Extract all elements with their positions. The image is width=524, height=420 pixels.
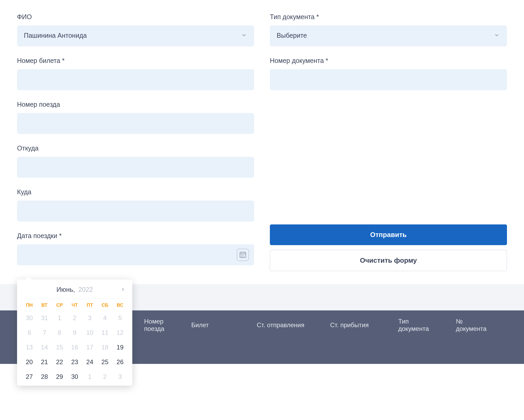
- trip-date-wrap: [17, 244, 254, 265]
- doc-type-group: Тип документа * Выберите: [270, 13, 507, 46]
- submit-button[interactable]: Отправить: [270, 224, 507, 245]
- calendar-day[interactable]: 6: [22, 328, 37, 337]
- calendar-day[interactable]: 1: [52, 313, 67, 323]
- calendar-dow: ПН: [22, 303, 37, 308]
- calendar-dow: СР: [52, 303, 67, 308]
- th-arr-station: Ст. прибытия: [322, 321, 390, 329]
- trip-date-group: Дата поездки *: [17, 232, 254, 265]
- calendar-day[interactable]: 23: [67, 357, 82, 364]
- calendar-day[interactable]: 26: [112, 357, 128, 364]
- th-doc-number: № документа: [448, 318, 500, 332]
- calendar-open-button[interactable]: [237, 249, 249, 261]
- trip-date-input[interactable]: [17, 244, 254, 265]
- calendar-day[interactable]: 7: [37, 328, 52, 337]
- th-dep-station: Ст. отправления: [249, 321, 322, 329]
- calendar-title: Июнь, 2022: [56, 286, 93, 293]
- calendar-day[interactable]: 12: [112, 328, 128, 337]
- calendar-day[interactable]: 15: [52, 343, 67, 352]
- doc-type-select[interactable]: Выберите: [270, 25, 507, 46]
- calendar-day[interactable]: 10: [82, 328, 97, 337]
- chevron-right-icon: [120, 289, 125, 293]
- th-train-number: Номер поезда: [136, 318, 183, 332]
- calendar-day[interactable]: 19: [112, 343, 128, 352]
- form-right-column: Тип документа * Выберите Номер документа…: [270, 13, 507, 276]
- doc-type-label: Тип документа *: [270, 13, 507, 21]
- fio-label: ФИО: [17, 13, 254, 21]
- from-group: Откуда: [17, 144, 254, 178]
- train-number-group: Номер поезда: [17, 101, 254, 134]
- calendar-icon: [239, 251, 247, 259]
- fio-group: ФИО Пашинина Антонида: [17, 13, 254, 46]
- doc-number-input[interactable]: [270, 69, 507, 90]
- calendar-day[interactable]: 30: [22, 313, 37, 323]
- calendar-popup: Июнь, 2022 ПНВТСРЧТПТСБВС303112345678910…: [17, 279, 132, 364]
- th-train-number-text: Номер поезда: [144, 318, 176, 332]
- th-doc-number-text: № документа: [456, 318, 493, 332]
- calendar-grid: ПНВТСРЧТПТСБВС30311234567891011121314151…: [22, 303, 128, 364]
- calendar-day[interactable]: 25: [97, 357, 113, 364]
- train-number-input[interactable]: [17, 113, 254, 134]
- calendar-day[interactable]: 8: [52, 328, 67, 337]
- calendar-day[interactable]: 20: [22, 357, 37, 364]
- calendar-day[interactable]: 13: [22, 343, 37, 352]
- doc-number-group: Номер документа *: [270, 57, 507, 90]
- calendar-next-button[interactable]: [119, 286, 127, 294]
- calendar-dow: СБ: [97, 303, 113, 308]
- calendar-dow: ВС: [112, 303, 128, 308]
- calendar-header: Июнь, 2022: [22, 286, 128, 299]
- fio-value[interactable]: Пашинина Антонида: [17, 25, 254, 46]
- to-label: Куда: [17, 188, 254, 196]
- svg-rect-0: [240, 252, 246, 257]
- th-doc-type-text: Тип документа: [398, 318, 440, 332]
- train-number-label: Номер поезда: [17, 101, 254, 108]
- from-label: Откуда: [17, 144, 254, 152]
- calendar-day[interactable]: 31: [37, 313, 52, 323]
- th-ticket: Билет: [183, 321, 249, 329]
- calendar-dow: ЧТ: [67, 303, 82, 308]
- calendar-day[interactable]: 17: [82, 343, 97, 352]
- calendar-day[interactable]: 18: [97, 343, 113, 352]
- calendar-day[interactable]: 24: [82, 357, 97, 364]
- from-input[interactable]: [17, 157, 254, 178]
- calendar-day[interactable]: 21: [37, 357, 52, 364]
- ticket-number-group: Номер билета *: [17, 57, 254, 90]
- calendar-month: Июнь,: [56, 286, 75, 293]
- passenger-form: ФИО Пашинина Антонида Номер билета * Ном…: [0, 0, 524, 276]
- calendar-day[interactable]: 5: [112, 313, 128, 323]
- calendar-day[interactable]: 14: [37, 343, 52, 352]
- calendar-day[interactable]: 9: [67, 328, 82, 337]
- clear-button[interactable]: Очистить форму: [270, 250, 507, 271]
- calendar-dow: ПТ: [82, 303, 97, 308]
- calendar-day[interactable]: 4: [97, 313, 113, 323]
- to-input[interactable]: [17, 201, 254, 222]
- action-buttons: Отправить Очистить форму: [270, 209, 507, 276]
- calendar-year: 2022: [78, 286, 93, 293]
- calendar-day[interactable]: 3: [82, 313, 97, 323]
- to-group: Куда: [17, 188, 254, 222]
- calendar-dow: ВТ: [37, 303, 52, 308]
- calendar-day[interactable]: 22: [52, 357, 67, 364]
- ticket-number-input[interactable]: [17, 69, 254, 90]
- ticket-number-label: Номер билета *: [17, 57, 254, 64]
- calendar-day[interactable]: 2: [67, 313, 82, 323]
- calendar-day[interactable]: 16: [67, 343, 82, 352]
- doc-type-value[interactable]: Выберите: [270, 25, 507, 46]
- calendar-day[interactable]: 11: [97, 328, 113, 337]
- fio-select[interactable]: Пашинина Антонида: [17, 25, 254, 46]
- trip-date-label: Дата поездки *: [17, 232, 254, 240]
- form-left-column: ФИО Пашинина Антонида Номер билета * Ном…: [17, 13, 254, 276]
- th-doc-type: Тип документа: [390, 318, 448, 332]
- doc-number-label: Номер документа *: [270, 57, 507, 64]
